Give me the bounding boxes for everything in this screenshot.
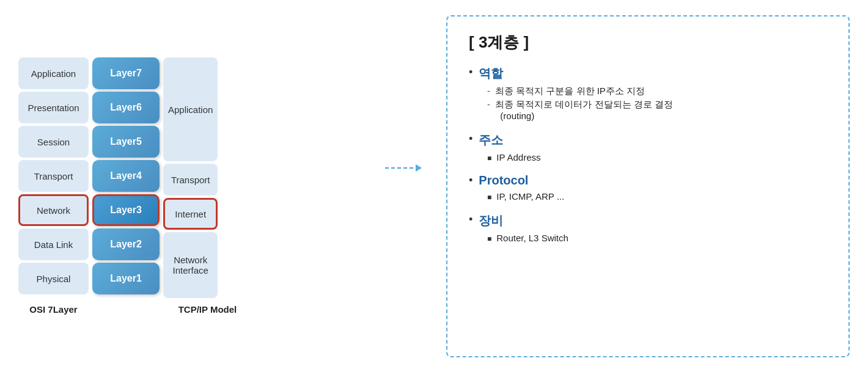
osi-layer1-label: Physical [18, 263, 89, 294]
protocol-content: ■ IP, ICMP, ARP ... [487, 191, 827, 202]
device-square-1: ■ [487, 235, 491, 243]
osi-layer2-label: Data Link [18, 228, 89, 260]
role-dash-2: - [487, 99, 490, 109]
tcp-footer-label: TCP/IP Model [163, 304, 252, 315]
tcp-network-interface-cell: NetworkInterface [163, 232, 218, 298]
tcp-column: Application Transport Internet NetworkIn… [163, 57, 218, 298]
device-title: 장비 [479, 213, 503, 229]
layer2-btn: Layer2 [92, 228, 160, 260]
panel-title: [ 3계층 ] [469, 32, 827, 53]
role-dash-1: - [487, 86, 490, 96]
device-text-1: Router, L3 Switch [496, 233, 568, 243]
protocol-square-1: ■ [487, 193, 491, 202]
address-title: 주소 [479, 132, 503, 148]
device-content: ■ Router, L3 Switch [487, 233, 827, 243]
protocol-section: • Protocol ■ IP, ICMP, ARP ... [469, 173, 827, 202]
layer5-btn: Layer5 [92, 126, 160, 158]
osi-layer4-label: Transport [18, 160, 89, 192]
info-panel: [ 3계층 ] • 역할 - 최종 목적지 구분을 위한 IP주소 지정 - 최… [446, 15, 850, 357]
role-bullet-dot: • [469, 66, 473, 79]
osi-layer3-label: Network [18, 194, 89, 226]
device-item-1: ■ Router, L3 Switch [487, 233, 827, 243]
role-text-2: 최종 목적지로 데이터가 전달되는 경로 결정 (routing) [495, 99, 673, 121]
connector-arrow [385, 156, 422, 180]
layer7-btn: Layer7 [92, 57, 160, 89]
address-section: • 주소 ■ IP Address [469, 132, 827, 162]
protocol-bullet-dot: • [469, 174, 473, 187]
protocol-text-1: IP, ICMP, ARP ... [496, 191, 564, 202]
role-item-2: - 최종 목적지로 데이터가 전달되는 경로 결정 (routing) [487, 99, 827, 121]
layer6-btn: Layer6 [92, 92, 160, 123]
osi-layer5-label: Session [18, 126, 89, 158]
address-square-1: ■ [487, 154, 491, 162]
address-bullet-dot: • [469, 133, 473, 145]
osi-footer-label: OSI 7Layer [18, 304, 89, 315]
osi-diagram-panel: Application Presentation Session Transpo… [18, 57, 361, 315]
role-bullet: • 역할 [469, 65, 827, 82]
tcp-application-cell: Application [163, 57, 218, 161]
role-text-1: 최종 목적지 구분을 위한 IP주소 지정 [495, 86, 645, 97]
protocol-bullet: • Protocol [469, 173, 827, 188]
diagram-footer: OSI 7Layer TCP/IP Model [18, 304, 361, 315]
osi-layer7-label: Application [18, 57, 89, 89]
layer3-btn: Layer3 [92, 194, 160, 226]
layer1-btn: Layer1 [92, 263, 160, 294]
role-content: - 최종 목적지 구분을 위한 IP주소 지정 - 최종 목적지로 데이터가 전… [487, 86, 827, 121]
osi-layer6-label: Presentation [18, 92, 89, 123]
role-item-1: - 최종 목적지 구분을 위한 IP주소 지정 [487, 86, 827, 97]
svg-marker-1 [416, 164, 422, 172]
device-section: • 장비 ■ Router, L3 Switch [469, 213, 827, 243]
protocol-item-1: ■ IP, ICMP, ARP ... [487, 191, 827, 202]
device-bullet: • 장비 [469, 213, 827, 229]
address-bullet: • 주소 [469, 132, 827, 148]
address-text-1: IP Address [496, 152, 540, 162]
address-content: ■ IP Address [487, 152, 827, 162]
role-title: 역할 [479, 65, 503, 82]
osi-column: Application Presentation Session Transpo… [18, 57, 89, 298]
tcp-internet-cell: Internet [163, 198, 218, 230]
role-section: • 역할 - 최종 목적지 구분을 위한 IP주소 지정 - 최종 목적지로 데… [469, 65, 827, 121]
address-item-1: ■ IP Address [487, 152, 827, 162]
device-bullet-dot: • [469, 213, 473, 226]
protocol-title: Protocol [479, 173, 528, 188]
layer-buttons-column: Layer7 Layer6 Layer5 Layer4 Layer3 Layer… [92, 57, 160, 298]
diagram-container: Application Presentation Session Transpo… [18, 57, 218, 298]
tcp-transport-cell: Transport [163, 164, 218, 195]
layer4-btn: Layer4 [92, 160, 160, 192]
